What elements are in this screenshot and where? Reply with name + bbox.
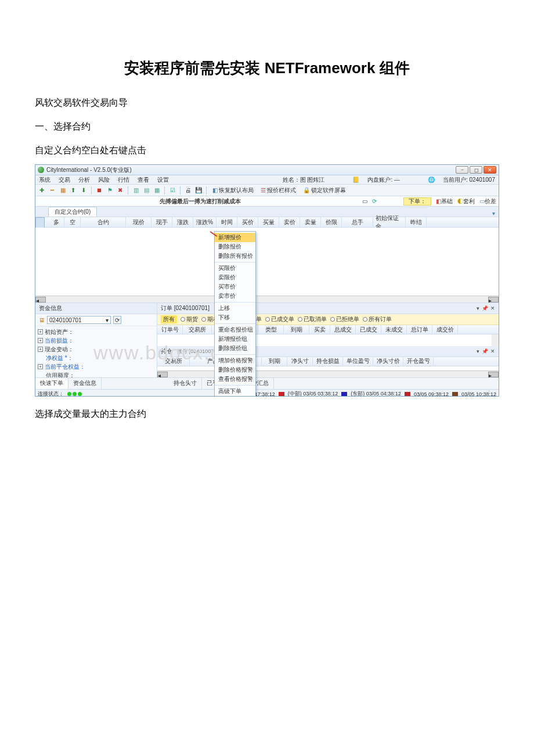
tree-expand-icon[interactable]: + <box>38 329 43 334</box>
ocol-7[interactable]: 已成交 <box>356 325 381 334</box>
close-panel-icon[interactable]: ✕ <box>490 305 495 311</box>
pin-down-icon[interactable]: ▾ <box>477 348 479 354</box>
tab-all[interactable]: 所有 <box>161 315 177 323</box>
pcol-3[interactable]: 到期 <box>262 357 287 366</box>
print-icon[interactable]: 🖨 <box>184 186 192 195</box>
order-opt-spread[interactable]: ◐套利 <box>457 197 475 206</box>
col-short[interactable]: 空 <box>64 217 81 227</box>
nav-down-icon[interactable]: ⬇ <box>80 186 88 195</box>
save-icon[interactable]: 💾 <box>194 186 203 195</box>
grid1-icon[interactable]: ▥ <box>132 186 140 195</box>
pcol-6[interactable]: 单位盈亏 <box>343 357 373 366</box>
col-contract[interactable]: 合约 <box>81 217 126 227</box>
reset-layout-button[interactable]: ◧恢复默认布局 <box>210 186 256 195</box>
menu-view[interactable]: 查看 <box>138 176 149 184</box>
col-prev[interactable]: 昨结 <box>406 217 427 227</box>
col-price[interactable]: 现价 <box>126 217 151 227</box>
window-min-button[interactable]: － <box>456 166 468 174</box>
v-scrollbar[interactable] <box>492 334 499 346</box>
ctx-buy-market[interactable]: 买市价 <box>215 282 255 291</box>
col-limit[interactable]: 价限 <box>321 217 342 227</box>
tab-custom-contract[interactable]: 自定义合约(0) <box>48 207 97 217</box>
nav-minus-icon[interactable]: ━ <box>48 186 56 195</box>
ocol-8[interactable]: 未成交 <box>381 325 407 334</box>
collapse-icon[interactable]: ▭ <box>362 198 367 204</box>
ctx-del-quote[interactable]: 删除报价 <box>215 242 255 251</box>
orders-grid-body[interactable] <box>157 334 499 346</box>
quote-style-button[interactable]: ☰报价栏样式 <box>258 186 298 195</box>
ctx-add-quote[interactable]: 新增报价 <box>215 233 255 242</box>
radio-cancelled[interactable]: 已取消单 <box>298 315 327 323</box>
ctx-del-all-quote[interactable]: 删除所有报价 <box>215 251 255 261</box>
ctx-adv-order[interactable]: 高级下单 <box>215 387 255 396</box>
position-grid-body[interactable]: ◂▸ <box>157 366 499 378</box>
menu-settings[interactable]: 设置 <box>157 176 169 184</box>
ctx-sell-market[interactable]: 卖市价 <box>215 291 255 301</box>
col-ask[interactable]: 卖价 <box>279 217 300 227</box>
ctx-add-alert[interactable]: 增加价格报警 <box>215 356 255 365</box>
stop-icon[interactable]: ⏹ <box>95 186 103 195</box>
btab-fund[interactable]: 资金信息 <box>68 378 102 389</box>
ocol-1[interactable]: 交易所 <box>183 325 212 334</box>
check-icon[interactable]: ☑ <box>168 186 176 195</box>
menu-quotes[interactable]: 行情 <box>118 176 129 184</box>
btab-position[interactable]: 持仓头寸 <box>169 378 202 389</box>
ctx-del-alert[interactable]: 删除价格报警 <box>215 365 255 375</box>
col-curhand[interactable]: 现手 <box>151 217 172 227</box>
col-bid[interactable]: 买价 <box>237 217 258 227</box>
ctx-del-group[interactable]: 删除报价组 <box>215 344 255 353</box>
ocol-3[interactable]: 类型 <box>258 325 284 334</box>
ocol-4[interactable]: 到期 <box>284 325 309 334</box>
menu-analysis[interactable]: 分析 <box>78 176 90 184</box>
menu-system[interactable]: 系统 <box>39 176 50 184</box>
ctx-move-down[interactable]: 下移 <box>215 313 255 322</box>
ocol-10[interactable]: 成交价 <box>432 325 458 334</box>
scroll-left-button[interactable]: ◂ <box>35 297 46 303</box>
lock-screen-button[interactable]: 🔒锁定软件屏幕 <box>301 186 348 195</box>
ocol-5[interactable]: 买卖 <box>309 325 330 334</box>
nav-up-icon[interactable]: ⬆ <box>69 186 77 195</box>
ctx-rename-group[interactable]: 重命名报价组 <box>215 325 255 334</box>
ctx-move-up[interactable]: 上移 <box>215 304 255 313</box>
ocol-9[interactable]: 总订单 <box>407 325 432 334</box>
col-chg[interactable]: 涨跌 <box>172 217 193 227</box>
pin-icon[interactable]: 📌 <box>482 305 488 311</box>
window-max-button[interactable]: ◻ <box>470 166 482 174</box>
close-panel-icon[interactable]: ✕ <box>490 348 495 354</box>
menu-risk[interactable]: 风险 <box>98 176 110 184</box>
pin-down-icon[interactable]: ▾ <box>477 305 479 311</box>
col-total[interactable]: 总手 <box>342 217 373 227</box>
pcol-7[interactable]: 净头寸价 <box>373 357 403 366</box>
radio-filled[interactable]: 已成交单 <box>265 315 294 323</box>
order-opt-diff[interactable]: ▭价差 <box>479 197 496 206</box>
ctx-add-group[interactable]: 新增报价组 <box>215 334 255 344</box>
tab-dropdown-icon[interactable]: ▾ <box>489 210 499 217</box>
pcol-0[interactable]: 交易所 <box>157 357 190 366</box>
nav-copy-icon[interactable]: ▦ <box>59 186 67 195</box>
delete-icon[interactable]: ✖ <box>116 186 124 195</box>
col-time[interactable]: 时间 <box>217 217 237 227</box>
ctx-buy-limit[interactable]: 买限价 <box>215 264 255 273</box>
nav-add-icon[interactable]: ✚ <box>38 186 46 195</box>
col-chgpct[interactable]: 涨跌% <box>193 217 217 227</box>
pin-icon[interactable]: 📌 <box>482 348 488 354</box>
grid3-icon[interactable]: ▦ <box>153 186 161 195</box>
window-close-button[interactable]: ✕ <box>484 166 496 174</box>
h-scrollbar2[interactable]: ◂▸ <box>157 370 499 377</box>
tab-futures[interactable]: 期货 <box>181 315 198 323</box>
col-margin[interactable]: 初始保证金 <box>373 217 406 227</box>
order-opt-basic[interactable]: ◧基础 <box>436 197 453 206</box>
flag-icon[interactable]: ⚑ <box>106 186 114 195</box>
grid2-icon[interactable]: ▤ <box>142 186 150 195</box>
menu-trade[interactable]: 交易 <box>59 176 70 184</box>
h-scrollbar[interactable]: ◂ ▸ <box>35 296 499 303</box>
pcol-5[interactable]: 持仓损益 <box>313 357 343 366</box>
account-dropdown[interactable]: 0240100701▾ <box>47 316 111 324</box>
tree-expand-icon[interactable]: + <box>38 347 43 352</box>
account-refresh-button[interactable]: ⟳ <box>113 316 121 324</box>
radio-rejected[interactable]: 已拒绝单 <box>330 315 359 323</box>
ocol-6[interactable]: 总成交 <box>330 325 356 334</box>
btab-quickorder[interactable]: 快速下单 <box>35 378 68 389</box>
ocol-0[interactable]: 订单号 <box>157 325 183 334</box>
tree-expand-icon[interactable]: + <box>38 364 43 369</box>
